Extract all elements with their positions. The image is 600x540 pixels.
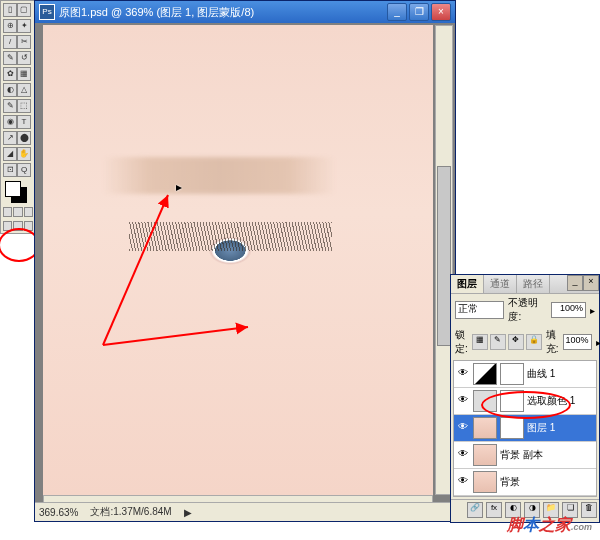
tool-hand[interactable]: ⊡ [3, 163, 17, 177]
tool-slice[interactable]: ✂ [17, 35, 31, 49]
extra-1-button[interactable] [3, 221, 12, 231]
tool-heal[interactable]: ✎ [3, 51, 17, 65]
blend-mode-select[interactable]: 正常 [455, 301, 504, 319]
lock-pixels-icon[interactable]: ✎ [490, 334, 506, 350]
layer-thumbnail[interactable] [473, 444, 497, 466]
panel-close-button[interactable]: × [583, 275, 599, 291]
watermark-part: 之家 [539, 516, 571, 533]
layer-name[interactable]: 背景 副本 [500, 448, 594, 462]
layer-name[interactable]: 曲线 1 [527, 367, 594, 381]
layers-panel: 图层 通道 路径 _ × 正常 不透明度: 100% ▸ 锁定: ▦ ✎ ✥ 🔒… [450, 274, 600, 523]
layer-thumbnail[interactable] [473, 417, 497, 439]
toolbox: ▯ ▢ ⊕ ✦ / ✂ ✎ ↺ ✿ ▦ ◐ △ ✎ ⬚ ◉ T ↗ ⬤ ◢ ✋ … [0, 0, 36, 234]
tool-zoom[interactable]: Q [17, 163, 31, 177]
visibility-eye-icon[interactable]: 👁 [456, 367, 470, 381]
tool-eyedropper[interactable]: ✋ [17, 147, 31, 161]
toolbox-extra-buttons [3, 221, 33, 231]
tool-pen[interactable]: ◉ [3, 115, 17, 129]
fill-label: 填充: [546, 328, 559, 356]
status-bar: 369.63% 文档:1.37M/6.84M ▶ [35, 502, 455, 521]
lock-icons: ▦ ✎ ✥ 🔒 [472, 334, 542, 350]
lock-position-icon[interactable]: ✥ [508, 334, 524, 350]
tab-channels[interactable]: 通道 [484, 275, 517, 293]
layer-thumbnail[interactable] [473, 363, 497, 385]
canvas[interactable] [43, 25, 433, 495]
standard-mode-button[interactable] [3, 207, 12, 217]
visibility-eye-icon[interactable]: 👁 [456, 448, 470, 462]
watermark-part: 本 [523, 516, 539, 533]
color-swatches [3, 181, 33, 203]
panel-tabs: 图层 通道 路径 _ × [451, 275, 599, 294]
layer-name[interactable]: 背景 [500, 475, 594, 489]
toolbox-mode-buttons [3, 207, 33, 217]
tool-grid: ▯ ▢ ⊕ ✦ / ✂ ✎ ↺ ✿ ▦ ◐ △ ✎ ⬚ ◉ T ↗ ⬤ ◢ ✋ … [3, 3, 33, 177]
status-arrow-icon[interactable]: ▶ [184, 507, 192, 518]
ps-file-icon: Ps [39, 4, 55, 20]
tool-eraser[interactable]: ◐ [3, 83, 17, 97]
minimize-button[interactable]: _ [387, 3, 407, 21]
extra-2-button[interactable] [13, 221, 22, 231]
layer-thumbnail[interactable] [473, 471, 497, 493]
layer-mask-thumbnail[interactable] [500, 363, 524, 385]
document-title: 原图1.psd @ 369% (图层 1, 图层蒙版/8) [59, 5, 254, 20]
panel-window-buttons: _ × [567, 275, 599, 293]
tab-paths[interactable]: 路径 [517, 275, 550, 293]
tool-blur[interactable]: ✎ [3, 99, 17, 113]
panel-minimize-button[interactable]: _ [567, 275, 583, 291]
quickmask-mode-button[interactable] [13, 207, 22, 217]
tool-gradient[interactable]: △ [17, 83, 31, 97]
layer-thumbnail[interactable] [473, 390, 497, 412]
layer-mask-thumbnail[interactable] [500, 390, 524, 412]
tool-marquee[interactable]: ▢ [17, 3, 31, 17]
tool-notes[interactable]: ◢ [3, 147, 17, 161]
tab-layers[interactable]: 图层 [451, 275, 484, 293]
visibility-eye-icon[interactable]: 👁 [456, 394, 470, 408]
lock-fill-row: 锁定: ▦ ✎ ✥ 🔒 填充: 100% ▸ [451, 326, 599, 358]
link-layers-button[interactable]: 🔗 [467, 502, 483, 518]
lock-all-icon[interactable]: 🔒 [526, 334, 542, 350]
extra-3-button[interactable] [24, 221, 33, 231]
watermark-suffix: .com [571, 522, 592, 532]
opacity-field[interactable]: 100% [551, 302, 586, 318]
tool-lasso[interactable]: ⊕ [3, 19, 17, 33]
layer-row[interactable]: 👁 背景 [454, 469, 596, 496]
zoom-level: 369.63% [39, 507, 78, 518]
cursor-icon [176, 185, 182, 191]
close-button[interactable]: × [431, 3, 451, 21]
visibility-eye-icon[interactable]: 👁 [456, 421, 470, 435]
lashes-region [129, 222, 332, 250]
layer-row-selected[interactable]: 👁 图层 1 [454, 415, 596, 442]
fill-arrow-icon[interactable]: ▸ [596, 337, 600, 348]
tool-type[interactable]: T [17, 115, 31, 129]
visibility-eye-icon[interactable]: 👁 [456, 475, 470, 489]
tool-crop[interactable]: / [3, 35, 17, 49]
tool-dodge[interactable]: ⬚ [17, 99, 31, 113]
scrollbar-thumb[interactable] [437, 166, 451, 346]
layer-row[interactable]: 👁 曲线 1 [454, 361, 596, 388]
tool-brush[interactable]: ↺ [17, 51, 31, 65]
foreground-color-swatch[interactable] [5, 181, 21, 197]
opacity-arrow-icon[interactable]: ▸ [590, 305, 595, 316]
tool-move[interactable]: ▯ [3, 3, 17, 17]
lock-transparency-icon[interactable]: ▦ [472, 334, 488, 350]
tool-history-brush[interactable]: ▦ [17, 67, 31, 81]
layer-row[interactable]: 👁 选取颜色 1 [454, 388, 596, 415]
tool-shape[interactable]: ⬤ [17, 131, 31, 145]
layer-mask-thumbnail[interactable] [500, 417, 524, 439]
lock-label: 锁定: [455, 328, 468, 356]
tool-wand[interactable]: ✦ [17, 19, 31, 33]
watermark-part: 脚 [507, 516, 523, 533]
fill-field[interactable]: 100% [563, 334, 592, 350]
screen-mode-button[interactable] [24, 207, 33, 217]
watermark: 脚本之家.com [507, 515, 592, 536]
layer-name[interactable]: 图层 1 [527, 421, 594, 435]
layer-list: 👁 曲线 1 👁 选取颜色 1 👁 图层 1 👁 背景 副本 👁 背景 [453, 360, 597, 497]
layer-name[interactable]: 选取颜色 1 [527, 394, 594, 408]
layer-style-button[interactable]: fx [486, 502, 502, 518]
tool-path[interactable]: ↗ [3, 131, 17, 145]
tool-stamp[interactable]: ✿ [3, 67, 17, 81]
layer-row[interactable]: 👁 背景 副本 [454, 442, 596, 469]
maximize-button[interactable]: ❐ [409, 3, 429, 21]
document-window: Ps 原图1.psd @ 369% (图层 1, 图层蒙版/8) _ ❐ × 3… [34, 0, 456, 522]
eyebrow-region [102, 157, 336, 195]
